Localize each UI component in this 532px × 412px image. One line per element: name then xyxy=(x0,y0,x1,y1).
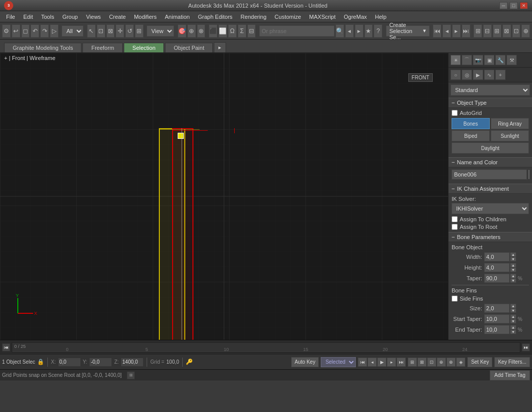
z-coord-input[interactable] xyxy=(121,358,144,367)
search-next[interactable]: ▸ xyxy=(355,24,363,38)
minimize-button[interactable]: ─ xyxy=(499,2,508,9)
misc-btn-6[interactable]: ⊕ xyxy=(521,24,530,38)
object-type-section-header[interactable]: − Object Type xyxy=(449,98,532,108)
taper-up[interactable]: ▲ xyxy=(510,274,516,278)
color-swatch[interactable] xyxy=(528,170,529,179)
daylight-button[interactable]: Daylight xyxy=(452,142,529,154)
menu-rendering[interactable]: Rendering xyxy=(237,13,271,21)
menu-edit[interactable]: Edit xyxy=(19,13,37,21)
assign-root-label[interactable]: Assign To Root xyxy=(452,224,529,230)
menu-customize[interactable]: Customize xyxy=(270,13,305,21)
y-coord-input[interactable] xyxy=(89,358,112,367)
bones-button[interactable]: Bones xyxy=(452,118,490,129)
width-down[interactable]: ▼ xyxy=(510,257,516,261)
menu-tools[interactable]: Tools xyxy=(37,13,59,21)
toolbar-render3[interactable]: Ω xyxy=(228,24,237,38)
toolbar-btn-undo[interactable]: ↶ xyxy=(31,24,39,38)
select-region-btn[interactable]: ⊡ xyxy=(97,24,105,38)
menu-group[interactable]: Group xyxy=(58,13,82,21)
panel-icon-curve[interactable]: ⌒ xyxy=(462,55,472,65)
menu-modifiers[interactable]: Modifiers xyxy=(130,13,161,21)
start-taper-input[interactable] xyxy=(484,314,510,323)
lasso-btn[interactable]: ⊠ xyxy=(106,24,115,38)
side-fins-label[interactable]: Side Fins xyxy=(452,296,529,302)
taper-down[interactable]: ▼ xyxy=(510,278,516,283)
menu-animation[interactable]: Animation xyxy=(161,13,194,21)
timeline-transport-start[interactable]: ⏮ xyxy=(2,343,10,351)
menu-file[interactable]: File xyxy=(2,13,19,21)
biped-button[interactable]: Biped xyxy=(452,130,490,141)
ctrl-btn-4[interactable]: ⊕ xyxy=(437,358,446,367)
toolbar-cam-btn[interactable]: 🎯 xyxy=(178,24,186,38)
toolbar-render4[interactable]: Σ xyxy=(238,24,246,38)
search-input[interactable] xyxy=(259,25,334,37)
panel-icon-camera[interactable]: 📷 xyxy=(473,55,483,65)
search-prev[interactable]: ◂ xyxy=(345,24,354,38)
key-filters-button[interactable]: Key Filters... xyxy=(494,357,530,367)
rotate-btn[interactable]: ↺ xyxy=(125,24,134,38)
start-taper-up[interactable]: ▲ xyxy=(510,314,516,319)
close-button[interactable]: ✕ xyxy=(520,2,528,9)
menu-create[interactable]: Create xyxy=(105,13,130,21)
sunlight-button[interactable]: Sunlight xyxy=(491,130,529,141)
width-input[interactable] xyxy=(484,252,510,261)
toolbar-btn-1[interactable]: ⚙ xyxy=(2,24,11,38)
tab-selection[interactable]: Selection xyxy=(124,43,164,52)
selection-filter-dropdown[interactable]: All xyxy=(62,25,83,37)
status-icon-1[interactable]: ⊞ xyxy=(127,371,135,379)
toolbar-btn-redo[interactable]: ↷ xyxy=(40,24,49,38)
ctrl-btn-3[interactable]: ⊡ xyxy=(427,358,436,367)
toolbar-render5[interactable]: ⊟ xyxy=(247,24,256,38)
taper-input[interactable] xyxy=(484,274,510,283)
search-star[interactable]: ★ xyxy=(365,24,373,38)
play-btn[interactable]: ▶ xyxy=(377,358,386,367)
bone-handle[interactable] xyxy=(178,133,184,139)
toolbar-btn-2[interactable]: ↩ xyxy=(12,24,20,38)
set-key-button[interactable]: Set Key xyxy=(467,357,492,367)
nav-btn-2[interactable]: ◂ xyxy=(442,24,451,38)
panel-icon-plus[interactable]: + xyxy=(495,70,506,80)
name-color-section-header[interactable]: − Name and Color xyxy=(449,157,532,167)
height-down[interactable]: ▼ xyxy=(510,268,516,272)
menu-views[interactable]: Views xyxy=(82,13,105,21)
panel-icon-render[interactable]: ◎ xyxy=(462,70,472,80)
toolbar-btn-5[interactable]: ▷ xyxy=(50,24,59,38)
assign-root-checkbox[interactable] xyxy=(452,224,458,230)
toolbar-chain-btn[interactable]: ⊗ xyxy=(197,24,206,38)
play-next-btn[interactable]: ⏭ xyxy=(397,358,406,367)
select-btn[interactable]: ↖ xyxy=(87,24,96,38)
menu-maxscript[interactable]: MAXScript xyxy=(305,13,340,21)
nav-btn-1[interactable]: ⏮ xyxy=(433,24,441,38)
assign-children-checkbox[interactable] xyxy=(452,216,458,222)
toolbar-btn-3[interactable]: ◻ xyxy=(21,24,30,38)
autogrid-checkbox[interactable] xyxy=(452,110,458,116)
panel-icon-display[interactable]: ▣ xyxy=(484,55,494,65)
ribbon-more-icon[interactable]: ▸ xyxy=(214,42,226,52)
height-input[interactable] xyxy=(484,263,510,272)
nav-btn-4[interactable]: ⏭ xyxy=(462,24,470,38)
end-taper-down[interactable]: ▼ xyxy=(510,330,516,334)
misc-btn-2[interactable]: ⊟ xyxy=(483,24,492,38)
toolbar-magnet-btn[interactable]: ⊕ xyxy=(187,24,196,38)
ik-chain-section-header[interactable]: − IK Chain Assignment xyxy=(449,184,532,194)
bone-params-section-header[interactable]: − Bone Parameters xyxy=(449,232,532,242)
selected-dropdown[interactable]: Selected xyxy=(321,357,356,367)
panel-icon-video[interactable]: ▶ xyxy=(473,70,483,80)
ctrl-btn-5[interactable]: ⊗ xyxy=(446,358,456,367)
search-help[interactable]: ? xyxy=(374,24,382,38)
maximize-button[interactable]: □ xyxy=(510,2,518,9)
scale-btn[interactable]: ⊞ xyxy=(135,24,144,38)
create-selection-button[interactable]: Create Selection Se... ▾ xyxy=(386,25,430,37)
ring-array-button[interactable]: Ring Array xyxy=(491,118,529,129)
panel-icon-wave[interactable]: ∿ xyxy=(484,70,494,80)
toolbar-render-type[interactable]: ⬛ xyxy=(209,24,217,38)
ctrl-btn-1[interactable]: ⊞ xyxy=(408,358,417,367)
view-dropdown[interactable]: View xyxy=(147,25,174,37)
play-prev-btn[interactable]: ⏮ xyxy=(358,358,367,367)
ctrl-btn-6[interactable]: ◈ xyxy=(456,358,465,367)
menu-graph-editors[interactable]: Graph Editors xyxy=(194,13,237,21)
add-time-tag-button[interactable]: Add Time Tag xyxy=(490,370,530,380)
side-fins-checkbox[interactable] xyxy=(452,296,458,302)
size-down[interactable]: ▼ xyxy=(510,308,516,313)
size-input[interactable] xyxy=(484,304,510,313)
